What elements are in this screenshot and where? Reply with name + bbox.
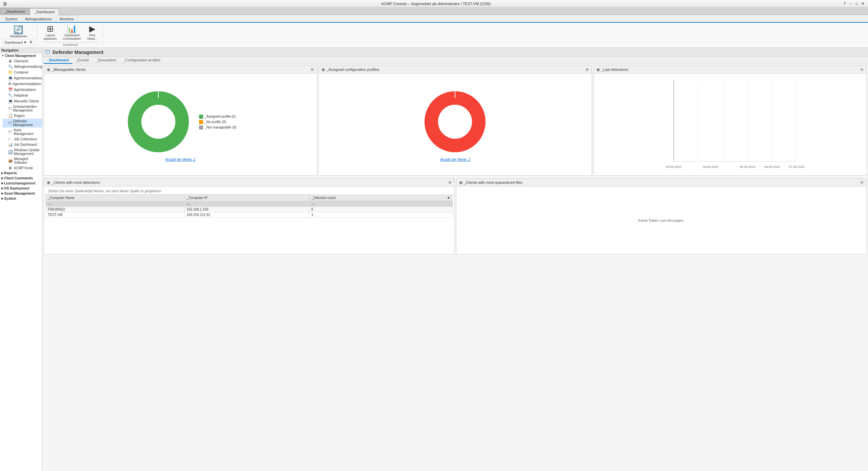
donut-container-assigned-profiles: Anzahl der Werte: 2 bbox=[321, 88, 589, 161]
panel-header-left-last-detections: ◉ _Last detections bbox=[596, 67, 628, 72]
ribbon-group-layout: ⊞ Layoutanpassen 📊 Dashboardzurücksetzen… bbox=[41, 25, 103, 45]
nav-label-schwachstellen: Schwachstellen-Management bbox=[13, 105, 41, 112]
legend-color-not-manageable bbox=[199, 125, 203, 130]
panel-settings-clients-most-quarantined[interactable]: ⚙ bbox=[860, 180, 864, 185]
donut-svg-assigned-profiles bbox=[421, 88, 489, 156]
col-header-infection-count[interactable]: _Infection count ▼ bbox=[309, 195, 453, 201]
help-button[interactable]: ? bbox=[842, 1, 847, 6]
legend-item-assigned-profile: _Assigned profile (2) bbox=[199, 115, 236, 119]
nav-arrow-client-commands: ▶ bbox=[1, 177, 3, 180]
nav-item-agentenplaner[interactable]: 📅 Agentenplaner bbox=[3, 87, 42, 93]
nav-item-helpdesk[interactable]: 🔧 Helpdesk bbox=[3, 93, 42, 98]
sub-tab-events[interactable]: _Events bbox=[72, 57, 93, 64]
first-steps-button[interactable]: ▶ FirstSteps... bbox=[85, 24, 100, 41]
nav-section-header-client-commands[interactable]: ▶ Client Commands bbox=[0, 176, 42, 181]
cell-computer-ip-1: 192.168.1.156 bbox=[184, 207, 309, 212]
nav-section-header-client-management[interactable]: ▼ Client Management bbox=[0, 53, 42, 58]
donut-label-assigned-profiles[interactable]: Anzahl der Werte: 2 bbox=[440, 158, 470, 161]
nav-item-acmp-kiosk[interactable]: 🖥 ACMP Kiosk bbox=[3, 165, 42, 171]
app-icon: 🖥 bbox=[3, 1, 7, 6]
nav-item-agenteninstallation[interactable]: ⚙ Agenteninstallation bbox=[3, 81, 42, 87]
nav-icon-container: 📁 bbox=[8, 70, 13, 75]
ribbon-content: 🔄 Aktualisieren Dashboard ▼ ⚙ ⊞ Layoutan… bbox=[0, 23, 868, 48]
legend-label-no-profile: _No profile (0) bbox=[204, 120, 226, 124]
svg-text:07.05.2021: 07.05.2021 bbox=[789, 165, 805, 169]
svg-point-4 bbox=[438, 105, 472, 139]
nav-section-header-reports[interactable]: ▶ Reports bbox=[0, 171, 42, 176]
nav-item-abfrageverwaltung[interactable]: 🔍 Abfrageverwaltung bbox=[3, 64, 42, 70]
ribbon-group-label-dashboard: Dashboard bbox=[41, 42, 100, 46]
aktualisieren-label: Aktualisieren bbox=[10, 35, 27, 38]
settings-icon[interactable]: ⚙ bbox=[29, 40, 33, 44]
donut-label-manageable-clients[interactable]: Anzahl der Werte: 2 bbox=[165, 158, 195, 161]
nav-section-header-os-deployment[interactable]: ▶ OS Deployment bbox=[0, 186, 42, 191]
col-header-computer-ip[interactable]: _Computer IP bbox=[184, 195, 309, 201]
panel-title-assigned-profiles: _Assigned configuration profiles bbox=[326, 67, 379, 72]
minimize-button[interactable]: − bbox=[848, 1, 853, 6]
panel-title-clients-most-quarantined: _Clients with most quarantined files bbox=[464, 180, 522, 184]
ribbon-tab-system[interactable]: System bbox=[1, 16, 21, 22]
window-title: ACMP Console -- Angemeldet als Administr… bbox=[30, 2, 842, 6]
dashboard-reset-label: Dashboardzurücksetzen bbox=[63, 34, 81, 40]
dashboard-dropdown[interactable]: Dashboard ▼ ⚙ bbox=[3, 39, 34, 45]
panel-header-left-manageable-clients: ◉ _Manageable clients bbox=[47, 67, 86, 72]
refresh-icon: 🔄 bbox=[13, 26, 23, 34]
nav-section-label-client-management: Client Management bbox=[5, 54, 36, 58]
layout-label: Layoutanpassen bbox=[44, 34, 57, 40]
nav-item-managed-software[interactable]: 📦 Managed Software bbox=[3, 156, 42, 165]
sort-cell-1: — bbox=[46, 201, 185, 207]
close-button[interactable]: ✕ bbox=[861, 1, 865, 6]
nav-item-defender-management[interactable]: 🛡 Defender Management bbox=[3, 119, 42, 127]
nav-item-container[interactable]: 📁 Container bbox=[3, 70, 42, 75]
first-steps-icon: ▶ bbox=[89, 25, 95, 33]
no-data-label: Keine Daten zum Anzeigen. bbox=[638, 218, 684, 222]
nav-item-job-collections[interactable]: ○ Job Collections bbox=[3, 136, 42, 142]
tab-dashboard-2[interactable]: _Dashboard bbox=[30, 8, 59, 15]
nav-item-ubersicht[interactable]: 🖥 Übersicht bbox=[3, 58, 42, 64]
nav-item-job-dashboard[interactable]: 📊 Job Dashboard bbox=[3, 142, 42, 148]
panel-body-clients-most-detections: Ziehen Sie einen Spaltenköpf hierher, um… bbox=[44, 187, 454, 254]
panel-header-manageable-clients: ◉ _Manageable clients ⚙ bbox=[44, 66, 317, 74]
tab-dashboard-1[interactable]: _Dashboard bbox=[0, 8, 29, 15]
nav-item-windows-update[interactable]: 🔄 Windows Update Management bbox=[3, 148, 42, 156]
nav-section-header-system[interactable]: ▶ System bbox=[0, 196, 42, 201]
nav-item-avira-management[interactable]: 🛡 Avira Management bbox=[3, 127, 42, 136]
nav-item-regeln[interactable]: 📋 Regeln bbox=[3, 113, 42, 119]
table-sort-row: — — — bbox=[46, 201, 453, 207]
nav-section-header-asset-management[interactable]: ▶ Asset Management bbox=[0, 191, 42, 196]
nav-section-header-lizenzmanagement[interactable]: ▶ Lizenzmanagement bbox=[0, 181, 42, 186]
panel-settings-last-detections[interactable]: ⚙ bbox=[860, 67, 864, 72]
panel-settings-manageable-clients[interactable]: ⚙ bbox=[311, 67, 314, 72]
nav-label-job-dashboard: Job Dashboard bbox=[14, 143, 37, 146]
svg-text:04.05.2021: 04.05.2021 bbox=[703, 165, 718, 169]
maximize-button[interactable]: □ bbox=[854, 1, 859, 6]
panel-header-last-detections: ◉ _Last detections ⚙ bbox=[594, 66, 866, 74]
panel-header-clients-most-quarantined: ◉ _Clients with most quarantined files ⚙ bbox=[456, 179, 867, 187]
nav-arrow-reports: ▶ bbox=[1, 172, 3, 175]
nav-item-agentenverwaltung[interactable]: 💻 Agentenverwaltung bbox=[3, 75, 42, 81]
table-row[interactable]: FREWIN22 192.168.1.156 6 bbox=[46, 207, 453, 212]
svg-point-1 bbox=[141, 105, 175, 139]
nav-label-avira-management: Avira Management bbox=[14, 128, 41, 136]
ribbon-group-aktualisieren: 🔄 Aktualisieren Dashboard ▼ ⚙ bbox=[3, 25, 37, 45]
dashboard-reset-button[interactable]: 📊 Dashboardzurücksetzen bbox=[61, 24, 83, 41]
layout-button[interactable]: ⊞ Layoutanpassen bbox=[41, 24, 59, 41]
panel-settings-clients-most-detections[interactable]: ⚙ bbox=[448, 180, 452, 185]
donut-wrapper-assigned-profiles bbox=[421, 88, 489, 156]
ribbon-tab-monitore[interactable]: Monitore bbox=[56, 16, 78, 22]
sub-tab-configuration-profiles[interactable]: _Configuration profiles bbox=[120, 57, 164, 64]
nav-section-label-client-commands: Client Commands bbox=[4, 176, 33, 180]
col-header-computer-name[interactable]: _Computer Name bbox=[46, 195, 185, 201]
aktualisieren-button[interactable]: 🔄 Aktualisieren bbox=[7, 25, 30, 39]
panel-settings-assigned-profiles[interactable]: ⚙ bbox=[586, 67, 589, 72]
nav-icon-job-collections: ○ bbox=[8, 137, 13, 141]
table-row[interactable]: TEST-VM 169.254.213.52 1 bbox=[46, 212, 453, 217]
ribbon-tab-abfrageaktionen[interactable]: Abfrageaktionen bbox=[21, 16, 56, 22]
nav-label-ubersicht: Übersicht bbox=[14, 59, 28, 63]
nav-item-manuelle-clients[interactable]: 💻 Manuelle Clients bbox=[3, 98, 42, 104]
nav-arrow-os-deployment: ▶ bbox=[1, 187, 3, 190]
nav-item-schwachstellen[interactable]: 🛡 Schwachstellen-Management bbox=[3, 104, 42, 113]
sub-tab-dashboard[interactable]: _Dashboard bbox=[44, 57, 72, 64]
sub-tab-quarantine[interactable]: _Quarantine bbox=[92, 57, 120, 64]
layout-icon: ⊞ bbox=[47, 25, 54, 33]
